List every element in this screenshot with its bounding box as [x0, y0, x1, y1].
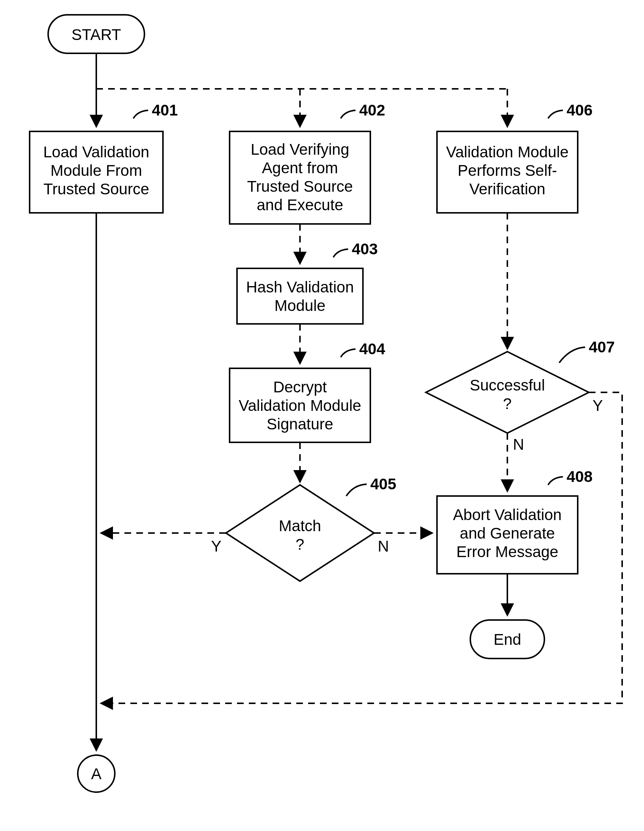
label-407: 407 [589, 338, 615, 356]
t401-3: Trusted Source [43, 180, 149, 197]
label-408: 408 [567, 468, 593, 485]
start-label: START [72, 26, 121, 43]
label-402: 402 [359, 102, 385, 119]
t404-1: Decrypt [273, 378, 327, 396]
t408-1: Abort Validation [453, 506, 561, 524]
branch-407-Y: Y [593, 397, 603, 414]
branch-405-Y: Y [211, 538, 222, 555]
t402-4: and Execute [257, 196, 343, 213]
t408-2: and Generate [460, 524, 555, 542]
t406-3: Verification [469, 180, 545, 197]
label-401: 401 [152, 102, 178, 119]
t402-2: Agent from [262, 159, 338, 177]
callout-404 [341, 349, 355, 357]
callout-405 [346, 484, 367, 496]
t401-2: Module From [50, 162, 142, 179]
t407-1: Successful [470, 376, 545, 394]
callout-406 [548, 110, 563, 118]
t407-2: ? [503, 395, 512, 412]
callout-407 [559, 347, 585, 363]
step-403 [237, 268, 363, 324]
branch-405-N: N [378, 538, 389, 555]
t405-2: ? [295, 536, 304, 553]
connector-A-label: A [91, 765, 102, 783]
t406-1: Validation Module [446, 143, 569, 161]
t401-1: Load Validation [43, 143, 149, 161]
end-label: End [494, 631, 521, 648]
t402-3: Trusted Source [247, 178, 353, 195]
t408-3: Error Message [456, 543, 558, 560]
callout-402 [341, 110, 355, 118]
t406-2: Performs Self- [458, 162, 557, 179]
callout-403 [333, 249, 348, 257]
t403-2: Module [274, 297, 325, 314]
label-406: 406 [567, 102, 593, 119]
branch-407-N: N [513, 436, 524, 453]
label-405: 405 [370, 475, 396, 493]
label-404: 404 [359, 340, 386, 358]
callout-401 [133, 110, 148, 118]
t404-2: Validation Module [239, 397, 362, 414]
callout-408 [548, 477, 563, 485]
t404-3: Signature [267, 416, 333, 433]
t405-1: Match [279, 517, 321, 535]
t402-1: Load Verifying [251, 141, 349, 158]
label-403: 403 [352, 240, 378, 258]
t403-1: Hash Validation [246, 279, 354, 296]
